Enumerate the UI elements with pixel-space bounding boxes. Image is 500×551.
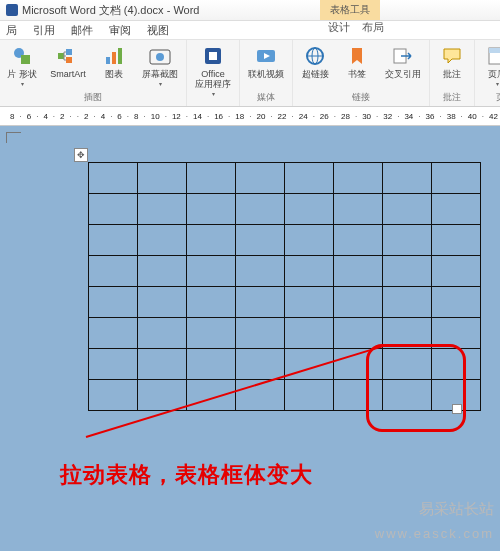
- table-cell[interactable]: [432, 287, 481, 318]
- chart-button[interactable]: 图表: [96, 42, 132, 80]
- table-cell[interactable]: [138, 318, 187, 349]
- table-cell[interactable]: [334, 318, 383, 349]
- table-cell[interactable]: [89, 318, 138, 349]
- ruler-tick: ·: [461, 112, 463, 121]
- ruler-tick: 34: [404, 112, 413, 121]
- ruler-tick: 4: [101, 112, 105, 121]
- table-cell[interactable]: [89, 163, 138, 194]
- table-cell[interactable]: [432, 256, 481, 287]
- group-label-media: 媒体: [257, 91, 275, 104]
- table-cell[interactable]: [334, 163, 383, 194]
- screenshot-button[interactable]: 屏幕截图▾: [138, 42, 182, 87]
- table-cell[interactable]: [89, 349, 138, 380]
- table-move-handle[interactable]: ✥: [74, 148, 88, 162]
- table-cell[interactable]: [236, 287, 285, 318]
- tab-mailings[interactable]: 邮件: [71, 23, 93, 38]
- table-cell[interactable]: [285, 318, 334, 349]
- table-cell[interactable]: [383, 225, 432, 256]
- ruler-tick: ·: [70, 112, 72, 121]
- table-cell[interactable]: [334, 287, 383, 318]
- table-cell[interactable]: [285, 287, 334, 318]
- tab-references[interactable]: 引用: [33, 23, 55, 38]
- ruler-tick: 2: [84, 112, 88, 121]
- table-cell[interactable]: [383, 194, 432, 225]
- table-cell[interactable]: [89, 380, 138, 411]
- table-cell[interactable]: [138, 349, 187, 380]
- table-cell[interactable]: [187, 256, 236, 287]
- ribbon: 片 形状▾ SmartArt 图表 屏幕截图▾ 插图 Office 应用程序▾ …: [0, 39, 500, 107]
- table-row: [89, 287, 481, 318]
- group-header-footer: 页眉▾ 页脚▾ 页眉和页脚: [475, 40, 500, 106]
- table-cell[interactable]: [334, 194, 383, 225]
- bookmark-button[interactable]: 书签: [339, 42, 375, 80]
- ruler-tick: 12: [172, 112, 181, 121]
- ruler-tick: ·: [355, 112, 357, 121]
- svg-rect-4: [66, 57, 72, 63]
- table-cell[interactable]: [285, 256, 334, 287]
- table-cell[interactable]: [432, 225, 481, 256]
- tab-table-layout[interactable]: 布局: [362, 20, 384, 35]
- table-cell[interactable]: [187, 349, 236, 380]
- online-video-button[interactable]: 联机视频: [244, 42, 288, 80]
- table-cell[interactable]: [432, 194, 481, 225]
- group-label-illustrations: 插图: [84, 91, 102, 104]
- table-cell[interactable]: [236, 349, 285, 380]
- tab-layout-partial[interactable]: 局: [6, 23, 17, 38]
- table-cell[interactable]: [187, 380, 236, 411]
- ruler-tick: ·: [165, 112, 167, 121]
- table-cell[interactable]: [383, 256, 432, 287]
- smartart-label: SmartArt: [50, 70, 86, 80]
- ruler-tick: ·: [249, 112, 251, 121]
- table-cell[interactable]: [138, 287, 187, 318]
- table-cell[interactable]: [138, 194, 187, 225]
- table-cell[interactable]: [285, 194, 334, 225]
- table-cell[interactable]: [89, 225, 138, 256]
- table-cell[interactable]: [187, 163, 236, 194]
- table-cell[interactable]: [89, 287, 138, 318]
- table-cell[interactable]: [187, 287, 236, 318]
- document-canvas[interactable]: ✥ 拉动表格，表格框体变大 易采站长站 www.easck.com: [0, 126, 500, 551]
- tab-review[interactable]: 审阅: [109, 23, 131, 38]
- office-apps-button[interactable]: Office 应用程序▾: [191, 42, 235, 97]
- hyperlink-button[interactable]: 超链接: [297, 42, 333, 80]
- table-cell[interactable]: [285, 163, 334, 194]
- table-cell[interactable]: [383, 163, 432, 194]
- comment-button[interactable]: 批注: [434, 42, 470, 80]
- ruler-tick: 38: [447, 112, 456, 121]
- tab-table-design[interactable]: 设计: [328, 20, 350, 35]
- table-cell[interactable]: [138, 380, 187, 411]
- table-cell[interactable]: [187, 225, 236, 256]
- table-cell[interactable]: [432, 163, 481, 194]
- table-cell[interactable]: [383, 287, 432, 318]
- table-cell[interactable]: [334, 256, 383, 287]
- table-cell[interactable]: [187, 318, 236, 349]
- table-cell[interactable]: [187, 194, 236, 225]
- ruler-tick: ·: [19, 112, 21, 121]
- table-cell[interactable]: [334, 225, 383, 256]
- horizontal-ruler[interactable]: 8·6·4·2··2·4·6·8·10·12·14·16·18·20·22·24…: [0, 107, 500, 126]
- ruler-tick: 18: [235, 112, 244, 121]
- table-cell[interactable]: [285, 225, 334, 256]
- tab-view[interactable]: 视图: [147, 23, 169, 38]
- crossref-button[interactable]: 交叉引用: [381, 42, 425, 80]
- table-row: [89, 225, 481, 256]
- shapes-button[interactable]: 片 形状▾: [4, 42, 40, 87]
- table-cell[interactable]: [236, 256, 285, 287]
- table-cell[interactable]: [236, 318, 285, 349]
- comment-label: 批注: [443, 70, 461, 80]
- ruler-tick: ·: [228, 112, 230, 121]
- table-cell[interactable]: [138, 225, 187, 256]
- ruler-tick: ·: [334, 112, 336, 121]
- table-cell[interactable]: [138, 163, 187, 194]
- table-cell[interactable]: [236, 225, 285, 256]
- group-illustrations: 片 形状▾ SmartArt 图表 屏幕截图▾ 插图: [0, 40, 187, 106]
- table-cell[interactable]: [236, 163, 285, 194]
- table-cell[interactable]: [89, 194, 138, 225]
- table-cell[interactable]: [138, 256, 187, 287]
- table-cell[interactable]: [285, 380, 334, 411]
- smartart-button[interactable]: SmartArt: [46, 42, 90, 80]
- svg-rect-7: [118, 48, 122, 64]
- table-cell[interactable]: [236, 194, 285, 225]
- table-cell[interactable]: [89, 256, 138, 287]
- header-button[interactable]: 页眉▾: [479, 42, 500, 87]
